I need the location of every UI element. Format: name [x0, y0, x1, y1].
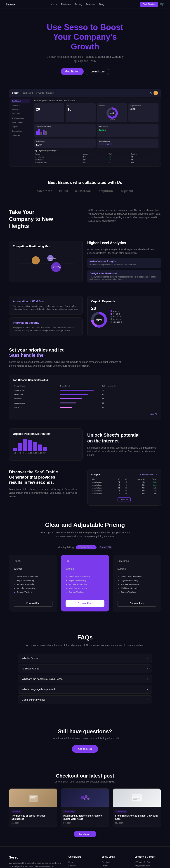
- view-all-link[interactable]: View All: [150, 413, 157, 415]
- tr-site-2: example2.com: [91, 484, 114, 487]
- tr-row-3: example3.com 55 38 750 1.8k: [91, 487, 157, 489]
- distribution-section: Organic Position Distribution 1-3 4-6 7-…: [0, 424, 170, 465]
- billing-yearly-toggle[interactable]: Yearly Billing: [76, 545, 96, 550]
- faq-question-5[interactable]: Can I export my data +: [18, 695, 152, 704]
- sidebar-item-rank[interactable]: Rank Tracker: [11, 121, 30, 124]
- faq-question-1[interactable]: What is Sesso +: [18, 654, 152, 662]
- sidebar-item-audit[interactable]: Site Audit: [11, 112, 30, 116]
- blog-img-3: [113, 788, 161, 807]
- tr-ur-4: 32: [121, 489, 128, 492]
- stat-hr-value: 20: [36, 107, 62, 112]
- dashboard-sidebar: Dashboard Keywords Backlinks Site Audit …: [9, 97, 32, 166]
- higher-analytics: Higher Level Analytics Access deep analy…: [87, 241, 161, 282]
- chart-paid: Paid Search Today: [97, 124, 159, 137]
- footer-link-features[interactable]: Features: [68, 864, 95, 868]
- stat-backlinks-donut: 463: [99, 107, 125, 119]
- traffic-table: Site DR UR Keywords Traffic example1.com…: [91, 478, 157, 495]
- sidebar-item-ads[interactable]: Google Ads: [11, 133, 30, 137]
- blog-section: Checkout our latest post Lorem ipsum dol…: [0, 764, 170, 846]
- nav-blog[interactable]: Blog: [99, 3, 104, 6]
- contact-title: Still have questions?: [18, 728, 152, 735]
- nav-links: Home Features Pricing Features Blog: [51, 3, 104, 6]
- comp-row-4: majestic.com 52: [13, 401, 157, 405]
- pro-price: $59/mo: [65, 564, 104, 571]
- blog-img-2: [61, 788, 109, 807]
- comp-th-keywords: Dairy Keywords: [101, 384, 157, 388]
- footer-link-facebook[interactable]: Facebook: [102, 860, 128, 864]
- features-right: At Sesso, we've developed a comprehensiv…: [88, 209, 161, 223]
- faq-chevron-5: +: [147, 698, 148, 701]
- nav-features2[interactable]: Features: [86, 3, 95, 6]
- nav-cart-icon[interactable]: 🛒: [160, 2, 165, 6]
- top-keywords-title: Top Organic Keywords (5): [34, 150, 159, 152]
- kw-3-vol: 1.2k: [82, 161, 108, 164]
- faq-question-2[interactable]: Is Sesso AI free +: [18, 664, 152, 673]
- billing-monthly-label: Monthly Billing: [58, 546, 74, 549]
- pro-price-value: $59: [65, 567, 69, 570]
- footer-link-twitter[interactable]: Twitter: [102, 864, 128, 868]
- tr-site-1: example1.com: [91, 480, 114, 484]
- traffic-desc: Lorem ipsum dolor sit amet, consectetur …: [9, 488, 83, 498]
- load-more-button[interactable]: Load more: [74, 831, 96, 837]
- dist-bar-3: [23, 439, 27, 451]
- faq-item-5: Can I export my data +: [18, 695, 152, 704]
- dash-search[interactable]: 🔍: [150, 92, 152, 94]
- blog-content-1: Business The Benefits of Sesso for Small…: [9, 807, 57, 826]
- th-position: Position: [131, 153, 159, 155]
- contact-section: Still have questions? Lorem ipsum dolor …: [0, 717, 170, 764]
- comp-name-5: spyfu.com: [13, 405, 59, 409]
- pro-period: /mo: [70, 567, 74, 570]
- security-desc: Keep your data safe and secure at all ti…: [13, 326, 79, 332]
- competitors-card: Top Organic Competitors (05) Competitors…: [9, 375, 161, 420]
- footer-link-home[interactable]: Home: [68, 860, 95, 864]
- predictive-desc: Track with confidence by using AI predic…: [89, 276, 159, 280]
- keyword-legend: #1-3: 5 #4-10: 3 #11-20: 8 #21-50: 2 #51…: [111, 310, 122, 323]
- enterprise-cta-button[interactable]: Choose Plan: [118, 600, 156, 607]
- starter-feature-5: Domain Tracking: [14, 590, 52, 594]
- hero-heading: Use Sesso to Boost Your Company's Growth: [18, 22, 152, 52]
- pro-feature-2: Keyword Discovery: [65, 579, 104, 583]
- sidebar-item-traffic[interactable]: Traffic Analysis: [11, 116, 30, 120]
- nav-get-started-button[interactable]: Get Started: [140, 2, 158, 7]
- sidebar-item-reports[interactable]: Reports: [11, 125, 30, 129]
- brands-row: salesforce BODO ◉ Intercom Amplitude seg…: [9, 189, 161, 193]
- tr-kw-5: 480: [128, 492, 145, 495]
- sidebar-item-competitors[interactable]: Competitors: [11, 129, 30, 133]
- pro-cta-button[interactable]: Choose Plan: [65, 600, 104, 607]
- faq-question-3[interactable]: What are the benefits of using Sesso +: [18, 675, 152, 683]
- pricing-cards: Starter $29/mo Smart Task Automation Key…: [9, 555, 161, 612]
- starter-cta-button[interactable]: Choose Plan: [14, 600, 52, 607]
- predictive-analytics: Analytics for Predictive Track with conf…: [87, 270, 161, 282]
- contact-button[interactable]: Contact Us: [72, 745, 98, 753]
- footer-social-list: Facebook Twitter Instagram LinkedIn: [102, 860, 128, 868]
- blog-title-3: From Blank Sheet to Brilliant Copy with …: [115, 814, 159, 820]
- higher-analytics-desc: Access deep analytical insights that all…: [87, 248, 161, 255]
- blog-date-1: Jan 2024: [11, 822, 19, 824]
- distribution-inner: Organic Position Distribution 1-3 4-6 7-…: [9, 429, 161, 461]
- stat-hr-label: HR: [36, 105, 62, 106]
- faq-question-4[interactable]: Which Language is supported +: [18, 685, 152, 693]
- nav-pricing[interactable]: Pricing: [74, 3, 82, 6]
- tr-dr-3: 55: [114, 487, 121, 489]
- view-all-traffic-button[interactable]: View All: [118, 497, 131, 502]
- brand-intercom: ◉ Intercom: [75, 189, 92, 193]
- svg-rect-17: [132, 794, 142, 801]
- sidebar-item-backlinks[interactable]: Backlinks: [11, 107, 30, 112]
- hero-learn-more-button[interactable]: Learn More: [86, 68, 109, 75]
- nav-home[interactable]: Home: [51, 3, 57, 6]
- sidebar-item-dashboard[interactable]: Dashboard: [11, 99, 30, 103]
- enterprise-feature-2: Keyword Discovery: [118, 579, 156, 583]
- tr-traffic-1: 3.4k: [145, 480, 157, 484]
- sidebar-item-keywords[interactable]: Keywords: [11, 103, 30, 107]
- chart-paid-value: Today: [99, 129, 157, 131]
- comp-level-1: [59, 388, 101, 392]
- bar-3: [40, 132, 42, 135]
- hero-heading-line2: Your Company's: [53, 32, 117, 41]
- footer-quick-list: Home Features Pricing Blog Contact: [68, 860, 95, 868]
- nav-features[interactable]: Features: [61, 3, 71, 6]
- hero-get-started-button[interactable]: Get Started: [61, 68, 84, 75]
- legend-4: #21-50: 2: [111, 318, 122, 320]
- billing-badge: Save 20%: [99, 546, 112, 549]
- faq-chevron-3: +: [147, 678, 148, 680]
- blog-title-1: The Benefits of Sesso for Small Business…: [11, 814, 55, 820]
